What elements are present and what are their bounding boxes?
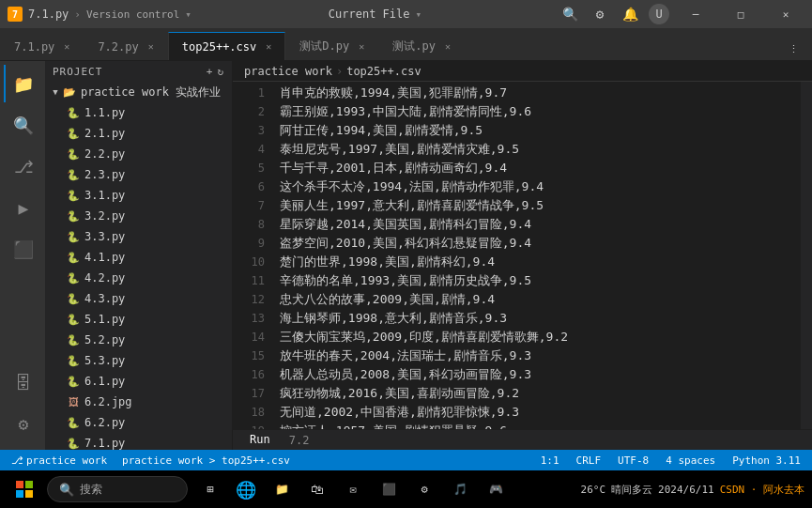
status-indent[interactable]: 4 spaces — [662, 454, 719, 467]
weather-temp: 26°C — [581, 484, 606, 496]
status-crlf[interactable]: CRLF — [573, 454, 605, 467]
split-editor-icon[interactable]: ⋮ — [782, 38, 804, 60]
maximize-button[interactable]: □ — [722, 0, 759, 28]
tree-item-1-1-py[interactable]: 🐍 1.1.py — [45, 102, 232, 123]
tree-item-5-3-py[interactable]: 🐍 5.3.py — [45, 350, 232, 371]
taskbar-item-views[interactable]: ⊞ — [193, 472, 227, 506]
taskbar-search-box[interactable]: 🔍 搜索 — [47, 476, 188, 502]
breadcrumb: practice work › top25++.csv — [233, 61, 812, 82]
line-number: 4 — [233, 140, 265, 159]
tree-item-6-2-py[interactable]: 🐍 6.2.py — [45, 412, 232, 433]
bottom-panel: Run 7.2 — [233, 429, 812, 450]
activity-settings2[interactable]: ⚙ — [4, 405, 41, 442]
code-editor[interactable]: 1234567891011121314151617181920212223242… — [233, 82, 812, 429]
panel-tab-version[interactable]: 7.2 — [280, 430, 319, 451]
activity-db[interactable]: 🗄 — [4, 363, 41, 401]
tab-test-d-py[interactable]: 测试D.py ✕ — [285, 32, 378, 60]
tab-7-2-py[interactable]: 7.2.py ✕ — [84, 32, 167, 60]
tree-item-4-2-py[interactable]: 🐍 4.2.py — [45, 268, 232, 288]
tree-item-3-3-py[interactable]: 🐍 3.3.py — [45, 226, 232, 247]
tab-close-icon[interactable]: ✕ — [445, 41, 451, 52]
tree-item-2-2-py[interactable]: 🐍 2.2.py — [45, 144, 232, 164]
activity-git[interactable]: ⎇ — [4, 147, 41, 185]
taskbar-time[interactable]: 2024/6/11 — [658, 484, 714, 496]
tree-item-5-1-py[interactable]: 🐍 5.1.py — [45, 309, 232, 330]
breadcrumb-part2[interactable]: top25++.csv — [346, 65, 421, 78]
code-line: 海上钢琴师,1998,意大利,剧情音乐,9.3 — [280, 309, 801, 328]
breadcrumb-part1[interactable]: practice work — [244, 65, 332, 78]
py-file-icon: 🐍 — [66, 334, 81, 346]
code-line: 千与千寻,2001,日本,剧情动画奇幻,9.4 — [280, 159, 801, 177]
code-line: 三傻大闹宝莱坞,2009,印度,剧情喜剧爱情歌舞,9.2 — [280, 328, 801, 346]
sidebar-refresh-icon[interactable]: ↻ — [217, 66, 224, 78]
taskbar: 🔍 搜索 ⊞ 🌐 📁 🛍 ✉ ⬛ ⚙ 🎵 🎮 26°C 晴间多云 2024/6/… — [0, 470, 812, 508]
line-number: 1 — [233, 84, 265, 102]
panel-tab-run[interactable]: Run — [240, 430, 280, 451]
line-number: 18 — [233, 403, 265, 422]
code-line: 忠犬八公的故事,2009,美国,剧情,9.4 — [280, 290, 801, 309]
notification-icon[interactable]: 🔔 — [619, 3, 641, 25]
tree-item-4-3-py[interactable]: 🐍 4.3.py — [45, 288, 232, 309]
activity-explorer[interactable]: 📁 — [4, 65, 41, 102]
taskbar-item-edge[interactable]: 🌐 — [229, 472, 263, 506]
tab-close-icon[interactable]: ✕ — [266, 41, 271, 52]
tree-item-3-1-py[interactable]: 🐍 3.1.py — [45, 185, 232, 206]
svg-rect-3 — [25, 490, 33, 498]
settings-icon[interactable]: ⚙ — [589, 3, 611, 25]
taskbar-item-explorer[interactable]: 📁 — [265, 472, 299, 506]
start-button[interactable] — [4, 470, 45, 508]
activity-search[interactable]: 🔍 — [4, 106, 41, 144]
tree-item-4-1-py[interactable]: 🐍 4.1.py — [45, 247, 232, 268]
sidebar-add-icon[interactable]: + — [207, 66, 214, 78]
taskbar-item-terminal[interactable]: ⬛ — [372, 472, 406, 506]
activity-run[interactable]: ▶ — [4, 189, 41, 226]
code-line: 控方证人,1957,美国,剧情犯罪悬疑,9.6 — [280, 422, 801, 429]
line-number: 17 — [233, 384, 265, 403]
sidebar: Project + ↻ ▼ 📂 practice work 实战作业 🐍 1.1… — [45, 61, 233, 450]
tree-item-2-3-py[interactable]: 🐍 2.3.py — [45, 164, 232, 185]
tab-close-icon[interactable]: ✕ — [359, 41, 364, 52]
status-language[interactable]: Python 3.11 — [728, 454, 804, 467]
avatar-icon[interactable]: U — [649, 4, 669, 24]
editor-area: practice work › top25++.csv 123456789101… — [233, 61, 812, 450]
tab-top25-csv[interactable]: top25++.csv ✕ — [168, 32, 286, 60]
tree-item-label: 5.3.py — [84, 354, 125, 367]
tree-item-label: 3.2.py — [84, 209, 125, 223]
code-line: 盗梦空间,2010,美国,科幻科幻悬疑冒险,9.4 — [280, 234, 801, 253]
tab-7-1-py[interactable]: 7.1.py ✕ — [0, 32, 84, 60]
tree-item-label: 2.2.py — [84, 147, 125, 161]
tree-item-label: practice work 实战作业 — [81, 85, 221, 100]
title-version[interactable]: 7.1.py — [28, 8, 69, 21]
tree-item-5-2-py[interactable]: 🐍 5.2.py — [45, 330, 232, 350]
status-breadcrumb[interactable]: practice work > top25++.csv — [118, 454, 294, 467]
tree-item-2-1-py[interactable]: 🐍 2.1.py — [45, 123, 232, 144]
status-line-col[interactable]: 1:1 — [537, 454, 563, 467]
tree-item-6-2-jpg[interactable]: 🖼 6.2.jpg — [45, 392, 232, 412]
tree-root-folder[interactable]: ▼ 📂 practice work 实战作业 — [45, 82, 232, 102]
tree-item-6-1-py[interactable]: 🐍 6.1.py — [45, 371, 232, 392]
status-encoding[interactable]: UTF-8 — [614, 454, 652, 467]
code-line: 肖申克的救赎,1994,美国,犯罪剧情,9.7 — [280, 84, 801, 102]
py-file-icon: 🐍 — [66, 438, 81, 450]
tab-close-icon[interactable]: ✕ — [64, 41, 69, 52]
taskbar-item-settings[interactable]: ⚙ — [407, 472, 441, 506]
activity-extensions[interactable]: ⬛ — [4, 230, 41, 268]
code-content[interactable]: 肖申克的救赎,1994,美国,犯罪剧情,9.7霸王别姬,1993,中国大陆,剧情… — [272, 82, 801, 429]
status-branch[interactable]: ⎇ practice work — [8, 454, 111, 467]
taskbar-item-music[interactable]: 🎵 — [443, 472, 477, 506]
tree-item-3-2-py[interactable]: 🐍 3.2.py — [45, 206, 232, 226]
title-version-control[interactable]: Version control — [86, 8, 179, 21]
close-button[interactable]: ✕ — [767, 0, 804, 28]
tab-test-py[interactable]: 测试.py ✕ — [378, 32, 465, 60]
taskbar-item-mail[interactable]: ✉ — [336, 472, 370, 506]
svg-rect-1 — [25, 481, 33, 488]
taskbar-item-store[interactable]: 🛍 — [300, 472, 334, 506]
status-branch-label: practice work — [26, 454, 107, 467]
taskbar-item-game[interactable]: 🎮 — [479, 472, 513, 506]
tree-item-7-1-py[interactable]: 🐍 7.1.py — [45, 433, 232, 450]
minimize-button[interactable]: ─ — [677, 0, 714, 28]
search-icon[interactable]: 🔍 — [559, 3, 581, 25]
tab-close-icon[interactable]: ✕ — [148, 41, 154, 52]
tree-item-label: 2.3.py — [84, 168, 125, 181]
py-file-icon: 🐍 — [66, 376, 81, 388]
